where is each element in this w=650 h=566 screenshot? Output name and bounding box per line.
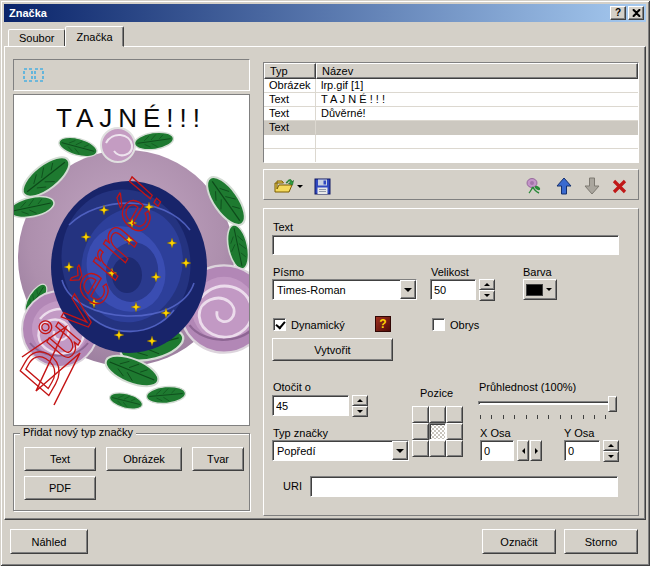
create-button[interactable]: Vytvořit (272, 338, 393, 361)
table-row[interactable]: Obrázek lrp.gif [1] (264, 79, 638, 93)
size-input[interactable] (430, 279, 476, 300)
column-header-typ[interactable]: Typ (264, 63, 316, 79)
y-axis-input[interactable] (564, 440, 600, 461)
question-icon: ? (615, 8, 621, 18)
arrow-down-icon (584, 177, 600, 195)
position-cell-n[interactable] (429, 406, 446, 423)
size-spinner (479, 279, 495, 300)
table-row-empty[interactable] (264, 149, 638, 163)
dashed-rectangles-icon[interactable] (22, 66, 46, 84)
folder-open-icon (274, 177, 294, 195)
delete-button[interactable] (609, 176, 629, 196)
mark-type-select-arrow[interactable] (392, 441, 408, 460)
rotate-down-button[interactable] (352, 406, 368, 417)
preview-button[interactable]: Náhled (10, 529, 88, 554)
red-question-icon: ? (379, 317, 386, 331)
triangle-up-icon (484, 280, 490, 286)
triangle-down-icon (608, 455, 614, 461)
tab-znacka[interactable]: Značka (65, 26, 123, 47)
table-row-selected[interactable]: Text (264, 121, 638, 135)
position-cell-w[interactable] (412, 423, 429, 440)
text-label: Text (273, 221, 293, 233)
rose-thumbnail-icon (525, 177, 543, 195)
open-button[interactable] (274, 176, 294, 196)
y-axis-down-button[interactable] (603, 451, 619, 462)
font-select-arrow[interactable] (400, 280, 416, 299)
position-cell-nw[interactable] (412, 406, 429, 423)
arrow-up-icon (556, 177, 572, 195)
y-axis-spinner (603, 440, 619, 461)
color-picker-button[interactable] (523, 279, 557, 300)
triangle-up-icon (357, 396, 363, 402)
add-mark-group-title: Přidat nový typ značky (20, 426, 136, 438)
triangle-down-icon (357, 410, 363, 416)
dynamic-help-button[interactable]: ? (375, 316, 391, 332)
x-axis-increment-button[interactable] (530, 440, 542, 461)
close-icon (632, 9, 641, 17)
open-dropdown-button[interactable] (295, 176, 305, 196)
select-button[interactable]: Označit (482, 529, 556, 554)
mark-type-select[interactable]: Popředí (272, 440, 409, 461)
tab-soubor[interactable]: Soubor (8, 29, 65, 47)
rotate-label: Otočit o (273, 381, 311, 393)
rotate-spinner (352, 395, 368, 416)
color-label: Barva (523, 266, 552, 278)
font-label: Písmo (273, 266, 304, 278)
add-pdf-button[interactable]: PDF (24, 476, 96, 500)
outline-checkbox[interactable] (432, 318, 445, 331)
x-axis-decrement-button[interactable] (517, 440, 529, 461)
rotate-input[interactable] (272, 395, 349, 416)
color-swatch (526, 284, 543, 296)
dynamic-label: Dynamický (291, 319, 345, 331)
red-x-delete-icon (612, 179, 627, 194)
triangle-up-icon (608, 441, 614, 447)
position-cell-s[interactable] (429, 440, 446, 457)
opacity-slider-track[interactable] (478, 401, 616, 405)
uri-input[interactable] (310, 476, 618, 497)
cancel-button[interactable]: Storno (564, 529, 638, 554)
position-cell-ne[interactable] (446, 406, 463, 423)
opacity-slider-thumb[interactable] (608, 396, 617, 412)
table-row-empty[interactable] (264, 135, 638, 149)
close-button[interactable] (628, 6, 644, 20)
mark-preview-image[interactable]: Důvěrné! TAJNÉ!!! (13, 94, 250, 426)
floppy-save-icon (314, 178, 331, 195)
size-up-button[interactable] (479, 279, 495, 290)
move-down-button[interactable] (582, 176, 602, 196)
column-header-nazev[interactable]: Název (316, 63, 638, 79)
mark-thumbnail-button[interactable] (524, 176, 544, 196)
move-up-button[interactable] (554, 176, 574, 196)
outline-label: Obrys (450, 319, 479, 331)
save-button[interactable] (312, 176, 332, 196)
position-cell-se[interactable] (446, 440, 463, 457)
y-axis-up-button[interactable] (603, 440, 619, 451)
preview-toolbar (13, 59, 250, 91)
help-button[interactable]: ? (610, 6, 626, 20)
size-label: Velikost (431, 266, 469, 278)
text-input[interactable] (272, 235, 619, 255)
tab-strip: Soubor Značka (8, 25, 124, 47)
position-cell-e[interactable] (446, 423, 463, 440)
chevron-down-icon (546, 288, 552, 294)
font-select[interactable]: Times-Roman (272, 279, 417, 300)
dynamic-checkbox[interactable] (273, 318, 286, 331)
size-down-button[interactable] (479, 290, 495, 301)
title-bar[interactable]: Značka ? (4, 4, 646, 22)
mark-settings-panel: Text Písmo Times-Roman Velikost Barva Dy… (263, 208, 639, 516)
add-text-button[interactable]: Text (24, 447, 96, 471)
add-mark-group: Přidat nový typ značky Text Obrázek Tvar… (13, 433, 250, 511)
x-axis-input[interactable] (480, 440, 514, 461)
marks-table-header: Typ Název (264, 63, 638, 79)
opacity-label: Průhlednost (100%) (479, 381, 576, 393)
triangle-right-icon (535, 448, 541, 454)
add-image-button[interactable]: Obrázek (106, 447, 182, 471)
rotate-up-button[interactable] (352, 395, 368, 406)
add-shape-button[interactable]: Tvar (192, 447, 244, 471)
position-cell-sw[interactable] (412, 440, 429, 457)
table-row[interactable]: Text T A J N É ! ! ! (264, 93, 638, 107)
table-row[interactable]: Text Důvěrné! (264, 107, 638, 121)
y-axis-label: Y Osa (564, 427, 594, 439)
position-cell-center[interactable] (429, 423, 446, 440)
triangle-left-icon (519, 448, 525, 454)
chevron-down-icon (396, 449, 404, 457)
